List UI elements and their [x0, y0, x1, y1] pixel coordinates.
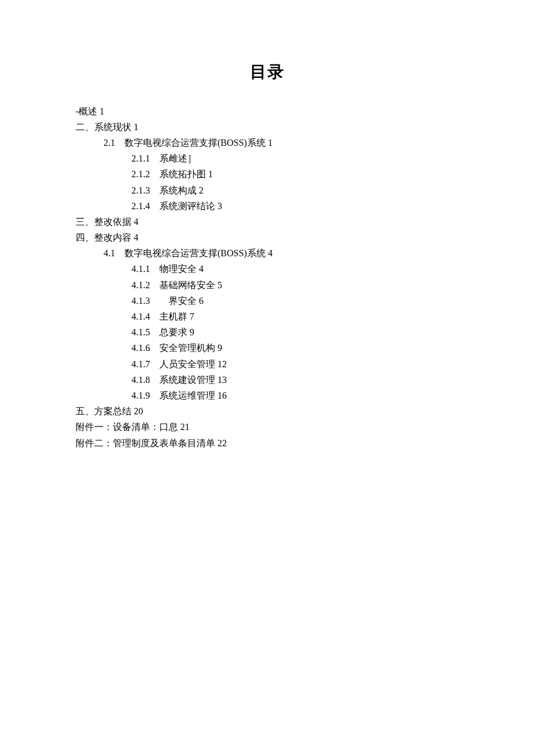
toc-entry: 4.1.4 主机群 7: [76, 309, 459, 324]
toc-entry: 2.1.3 系统构成 2: [76, 182, 459, 198]
toc-entry: 二、系统现状 1: [76, 119, 459, 135]
toc-entry: 4.1 数字电视综合运营支撑(BOSS)系统 4: [76, 245, 459, 261]
toc-entry: 附件一：设备清单：口息 21: [76, 419, 459, 435]
toc-entry: 三、整改依据 4: [76, 214, 459, 230]
toc-entry: 2.1.1 系雌述］: [76, 151, 459, 166]
toc-entry: -概述 1: [76, 103, 459, 119]
toc-entry: 四、整改内容 4: [76, 230, 459, 245]
toc-entry: 4.1.6 安全管理机构 9: [76, 340, 459, 356]
toc-entry: 附件二：管理制度及表单条目清单 22: [76, 435, 459, 451]
toc-entry: 4.1.1 物理安全 4: [76, 261, 459, 277]
toc-entry: 2.1 数字电视综合运营支撑(BOSS)系统 1: [76, 135, 459, 151]
toc-list: -概述 1二、系统现状 12.1 数字电视综合运营支撑(BOSS)系统 12.1…: [76, 103, 459, 451]
toc-entry: 4.1.2 基础网络安全 5: [76, 277, 459, 293]
toc-entry: 4.1.9 系统运维管理 16: [76, 388, 459, 403]
toc-entry: 4.1.8 系统建设管理 13: [76, 372, 459, 388]
toc-title: 目录: [76, 58, 459, 86]
toc-entry: 4.1.7 人员安全管理 12: [76, 356, 459, 372]
toc-entry: 4.1.5 总要求 9: [76, 324, 459, 340]
toc-entry: 4.1.3 界安全 6: [76, 293, 459, 309]
toc-entry: 五、方案总结 20: [76, 403, 459, 419]
toc-entry: 2.1.4 系统测评结论 3: [76, 198, 459, 214]
toc-entry: 2.1.2 系统拓扑图 1: [76, 166, 459, 182]
